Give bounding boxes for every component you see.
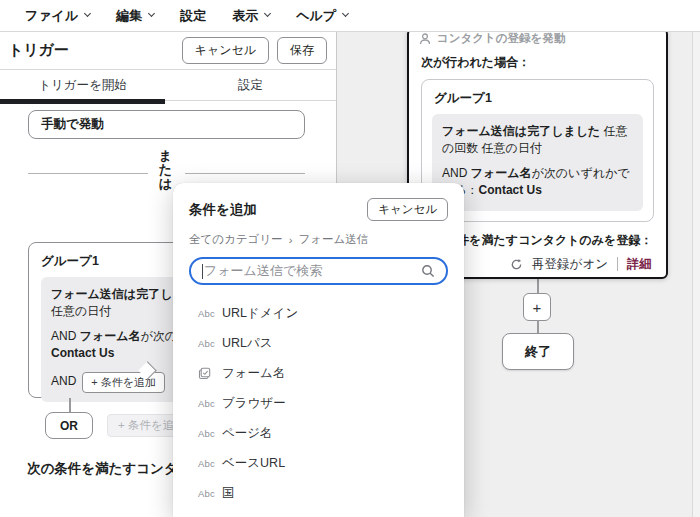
- property-item-label: フォーム名: [222, 365, 285, 382]
- or-divider-label: または: [158, 149, 173, 191]
- property-item[interactable]: AbcURLドメイン: [189, 298, 448, 328]
- property-item-label: ページ名: [222, 425, 273, 442]
- reenroll-label: 再登録がオン: [532, 256, 608, 273]
- connector-line: [69, 398, 71, 412]
- property-item[interactable]: Abcブラウザー: [189, 388, 448, 418]
- property-item[interactable]: AbcベースURL: [189, 448, 448, 478]
- tab-settings[interactable]: 設定: [165, 70, 336, 100]
- property-item[interactable]: フォーム名: [189, 358, 448, 388]
- separator: [617, 257, 618, 271]
- card-header-label: コンタクトの登録を発動: [437, 31, 565, 46]
- contact-icon: [419, 33, 431, 45]
- property-list: AbcURLドメインAbcURLパスフォーム名AbcブラウザーAbcページ名Ab…: [189, 298, 448, 508]
- text-type-icon: Abc: [189, 338, 222, 349]
- manual-trigger-box[interactable]: 手動で発動: [28, 110, 305, 139]
- save-button[interactable]: 保存: [277, 37, 327, 64]
- text-type-icon: Abc: [189, 458, 222, 469]
- text-type-icon: Abc: [189, 308, 222, 319]
- menubar-item[interactable]: 編集: [116, 7, 154, 25]
- text-type-icon: Abc: [189, 488, 222, 499]
- group-title: グループ1: [422, 80, 653, 114]
- breadcrumb: 全てのカテゴリー › フォーム送信: [189, 232, 448, 247]
- chevron-down-icon: [84, 10, 91, 17]
- search-icon: [421, 264, 435, 278]
- menubar-item[interactable]: 設定: [180, 7, 206, 25]
- tab-start-trigger[interactable]: トリガーを開始: [0, 70, 165, 100]
- text-cursor: [202, 264, 203, 279]
- search-placeholder: フォーム送信で検索: [204, 262, 420, 280]
- panel-tabs: トリガーを開始 設定: [0, 70, 336, 101]
- trigger-panel-header: トリガー キャンセル 保存: [0, 32, 336, 70]
- reenroll-icon: [510, 258, 523, 271]
- condition-2: AND フォーム名が次のいずれかである：Contact Us: [442, 165, 633, 200]
- menubar-item[interactable]: ヘルプ: [296, 7, 348, 25]
- menubar-item-label: ヘルプ: [296, 7, 336, 25]
- menubar-item-label: ファイル: [25, 7, 78, 25]
- chevron-down-icon: [148, 10, 155, 17]
- property-item-label: ベースURL: [222, 455, 285, 472]
- add-action-button[interactable]: +: [523, 293, 551, 321]
- text-type-icon: Abc: [189, 398, 222, 409]
- property-item-label: ブラウザー: [222, 395, 286, 412]
- panel-title: トリガー: [8, 41, 182, 60]
- condition-1: フォーム送信は完了しました 任意の回数 任意の日付: [442, 123, 633, 158]
- chevron-down-icon: [342, 10, 349, 17]
- workflow-editor: ファイル編集設定表示ヘルプ トリガー キャンセル 保存 トリガーを開始 設定 手…: [0, 0, 700, 517]
- form-type-icon: [189, 367, 222, 380]
- property-item-label: URLパス: [222, 335, 273, 352]
- breadcrumb-separator: ›: [289, 234, 293, 246]
- connector-line: [537, 320, 539, 333]
- text-type-icon: Abc: [189, 428, 222, 439]
- cancel-button[interactable]: キャンセル: [182, 37, 269, 64]
- popup-title: 条件を追加: [189, 201, 257, 219]
- property-item-label: URLドメイン: [222, 305, 298, 322]
- add-condition-popup: 条件を追加 キャンセル 全てのカテゴリー › フォーム送信 フォーム送信で検索 …: [173, 183, 464, 517]
- property-item[interactable]: Abcページ名: [189, 418, 448, 448]
- breadcrumb-root[interactable]: 全てのカテゴリー: [189, 232, 283, 247]
- menubar-item-label: 編集: [116, 7, 142, 25]
- divider-line-right: [185, 173, 305, 174]
- property-item[interactable]: AbcURLパス: [189, 328, 448, 358]
- details-link[interactable]: 詳細: [627, 256, 652, 273]
- menubar-item-label: 設定: [180, 7, 206, 25]
- breadcrumb-current: フォーム送信: [298, 232, 368, 247]
- menubar-item[interactable]: ファイル: [25, 7, 90, 25]
- canvas-scrollbar-track[interactable]: [692, 32, 700, 517]
- menubar-item[interactable]: 表示: [232, 7, 270, 25]
- menubar: ファイル編集設定表示ヘルプ: [0, 0, 700, 32]
- active-tab-indicator: [0, 99, 165, 104]
- chevron-down-icon: [264, 10, 271, 17]
- form-type-icon: [198, 367, 211, 380]
- popup-cancel-button[interactable]: キャンセル: [367, 198, 448, 221]
- property-item-label: 国: [222, 485, 235, 502]
- or-group-button[interactable]: OR: [45, 412, 93, 439]
- add-condition-button[interactable]: + 条件を追加: [82, 372, 165, 393]
- property-item[interactable]: Abc国: [189, 478, 448, 508]
- divider-line-left: [28, 173, 148, 174]
- popup-header: 条件を追加 キャンセル: [189, 198, 448, 221]
- menubar-item-label: 表示: [232, 7, 258, 25]
- search-input[interactable]: フォーム送信で検索: [189, 257, 448, 285]
- when-label: 次が行われた場合：: [409, 48, 666, 71]
- connector-line: [537, 279, 539, 293]
- enrollment-note: 次の条件を満たすコンタク: [27, 460, 192, 478]
- end-node[interactable]: 終了: [502, 333, 574, 370]
